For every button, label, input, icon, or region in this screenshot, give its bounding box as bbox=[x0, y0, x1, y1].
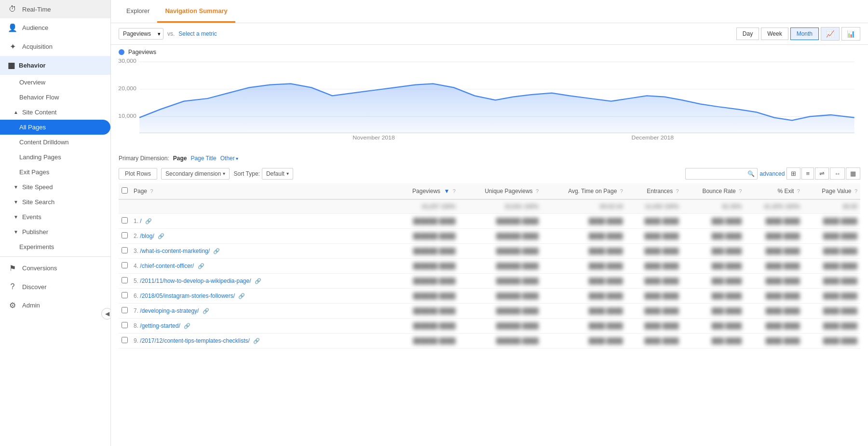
row-checkbox-4[interactable] bbox=[122, 277, 128, 283]
sidebar-item-behavior[interactable]: ▦ Behavior bbox=[0, 56, 110, 75]
row-checkbox-7[interactable] bbox=[122, 322, 128, 328]
page-link-0[interactable]: / bbox=[140, 218, 141, 224]
row-page-cell-0[interactable]: 1. / 🔗 bbox=[131, 214, 390, 229]
sidebar-item-admin[interactable]: ⚙ Admin bbox=[0, 296, 110, 315]
th-entrances[interactable]: Entrances ? bbox=[626, 183, 682, 199]
advanced-link[interactable]: advanced bbox=[760, 170, 785, 177]
page-link-3[interactable]: /chief-content-officer/ bbox=[140, 263, 194, 269]
row-checkbox-6[interactable] bbox=[122, 307, 128, 313]
sidebar-sub-all-pages[interactable]: All Pages bbox=[0, 120, 110, 135]
compare-view-button[interactable]: ⇌ bbox=[815, 167, 829, 180]
select-metric-link[interactable]: Select a metric bbox=[178, 30, 217, 37]
page-link-8[interactable]: /2017/12/content-tips-templates-checklis… bbox=[140, 337, 249, 344]
plot-rows-button[interactable]: Plot Rows bbox=[119, 168, 157, 180]
select-all-checkbox[interactable] bbox=[122, 187, 128, 194]
th-pct-exit-help[interactable]: ? bbox=[797, 188, 800, 194]
row-page-cell-7[interactable]: 8. /getting-started/ 🔗 bbox=[131, 319, 390, 334]
external-link-icon-4[interactable]: 🔗 bbox=[255, 278, 261, 284]
th-entrances-help[interactable]: ? bbox=[676, 188, 679, 194]
external-link-icon-2[interactable]: 🔗 bbox=[213, 248, 220, 254]
page-link-1[interactable]: /blog/ bbox=[140, 233, 154, 239]
sidebar-item-conversions[interactable]: ⚑ Conversions bbox=[0, 259, 110, 278]
row-page-cell-4[interactable]: 5. /2011/11/how-to-develop-a-wikipedia-p… bbox=[131, 274, 390, 289]
sidebar-sub-landing-pages[interactable]: Landing Pages bbox=[0, 150, 110, 165]
th-bounce-rate[interactable]: Bounce Rate ? bbox=[682, 183, 745, 199]
tab-navigation-summary[interactable]: Navigation Summary bbox=[157, 0, 235, 23]
external-link-icon-5[interactable]: 🔗 bbox=[238, 293, 245, 299]
page-link-2[interactable]: /what-is-content-marketing/ bbox=[140, 248, 210, 254]
table-search-input[interactable] bbox=[685, 168, 758, 180]
th-pageviews[interactable]: Pageviews ▼ ? bbox=[390, 183, 458, 199]
th-pageviews-help[interactable]: ? bbox=[453, 188, 456, 194]
th-page-value-help[interactable]: ? bbox=[854, 188, 857, 194]
external-link-icon-1[interactable]: 🔗 bbox=[158, 233, 164, 239]
other-link[interactable]: Other ▾ bbox=[220, 155, 238, 162]
th-page-help[interactable]: ? bbox=[150, 188, 153, 194]
row-page-cell-8[interactable]: 9. /2017/12/content-tips-templates-check… bbox=[131, 334, 390, 348]
custom-view-button[interactable]: ▦ bbox=[846, 167, 860, 180]
sort-type-select[interactable]: Default ▾ bbox=[262, 168, 293, 180]
th-unique-help[interactable]: ? bbox=[536, 188, 539, 194]
page-title-link[interactable]: Page Title bbox=[190, 155, 216, 162]
sidebar-sub-site-content[interactable]: ▲ Site Content bbox=[0, 105, 110, 120]
vs-label: vs. bbox=[167, 30, 175, 37]
sidebar-sub-overview[interactable]: Overview bbox=[0, 75, 110, 90]
sidebar-sub-site-search[interactable]: ▼ Site Search bbox=[0, 195, 110, 209]
pivot-view-button[interactable]: ↔ bbox=[830, 167, 845, 180]
th-checkbox bbox=[119, 183, 131, 199]
row-page-cell-3[interactable]: 4. /chief-content-officer/ 🔗 bbox=[131, 259, 390, 274]
week-button[interactable]: Week bbox=[761, 28, 788, 40]
bar-chart-button[interactable]: 📊 bbox=[841, 27, 860, 41]
sidebar-sub-behavior-flow[interactable]: Behavior Flow bbox=[0, 90, 110, 105]
sidebar-sub-site-speed[interactable]: ▼ Site Speed bbox=[0, 180, 110, 195]
row-page-cell-1[interactable]: 2. /blog/ 🔗 bbox=[131, 229, 390, 244]
day-button[interactable]: Day bbox=[736, 28, 759, 40]
row-page-cell-6[interactable]: 7. /developing-a-strategy/ 🔗 bbox=[131, 304, 390, 319]
collapse-sidebar-button[interactable]: ◀ bbox=[101, 308, 111, 320]
month-button[interactable]: Month bbox=[790, 28, 819, 40]
pageviews-chart: 30,000 20,000 10,000 November 2018 Decem… bbox=[119, 57, 860, 139]
page-link-5[interactable]: /2018/05/instagram-stories-followers/ bbox=[140, 293, 235, 299]
sidebar-item-audience[interactable]: 👤 Audience bbox=[0, 18, 110, 37]
sidebar-item-real-time[interactable]: ⏱ Real-Time bbox=[0, 0, 110, 18]
page-link-4[interactable]: /2011/11/how-to-develop-a-wikipedia-page… bbox=[140, 278, 251, 284]
grid-view-button[interactable]: ⊞ bbox=[787, 167, 800, 180]
th-page[interactable]: Page ? bbox=[131, 183, 390, 199]
page-link-7[interactable]: /getting-started/ bbox=[140, 322, 180, 329]
secondary-dimension-select[interactable]: Secondary dimension ▾ bbox=[161, 168, 230, 180]
th-pct-exit[interactable]: % Exit ? bbox=[745, 183, 803, 199]
sidebar-sub-experiments[interactable]: Experiments bbox=[0, 239, 110, 254]
tab-explorer[interactable]: Explorer bbox=[119, 0, 157, 23]
th-avg-time-help[interactable]: ? bbox=[620, 188, 623, 194]
external-link-icon-8[interactable]: 🔗 bbox=[253, 338, 260, 344]
row-checkbox-0[interactable] bbox=[122, 217, 128, 223]
table-controls-right: 🔍 advanced ⊞ ≡ ⇌ ↔ ▦ bbox=[685, 167, 860, 180]
row-page-cell-2[interactable]: 3. /what-is-content-marketing/ 🔗 bbox=[131, 244, 390, 259]
sidebar-sub-publisher[interactable]: ▼ Publisher bbox=[0, 224, 110, 239]
line-chart-button[interactable]: 📈 bbox=[821, 27, 840, 41]
sidebar-sub-exit-pages[interactable]: Exit Pages bbox=[0, 165, 110, 180]
th-page-value[interactable]: Page Value ? bbox=[803, 183, 860, 199]
sidebar-sub-events[interactable]: ▼ Events bbox=[0, 209, 110, 224]
external-link-icon-6[interactable]: 🔗 bbox=[203, 308, 209, 314]
row-checkbox-8[interactable] bbox=[122, 337, 128, 343]
sidebar-item-discover[interactable]: ? Discover bbox=[0, 278, 110, 296]
row-checkbox-3[interactable] bbox=[122, 262, 128, 268]
sidebar-sub-content-drilldown[interactable]: Content Drilldown bbox=[0, 135, 110, 150]
acquisition-icon: ✦ bbox=[8, 42, 17, 51]
external-link-icon-0[interactable]: 🔗 bbox=[145, 218, 152, 224]
row-checkbox-1[interactable] bbox=[122, 232, 128, 238]
metric-select[interactable]: Pageviews bbox=[119, 28, 163, 40]
legend-label: Pageviews bbox=[128, 49, 156, 56]
data-view-button[interactable]: ≡ bbox=[801, 167, 814, 180]
external-link-icon-3[interactable]: 🔗 bbox=[198, 263, 204, 269]
row-checkbox-5[interactable] bbox=[122, 292, 128, 298]
th-avg-time[interactable]: Avg. Time on Page ? bbox=[542, 183, 626, 199]
th-unique-pageviews[interactable]: Unique Pageviews ? bbox=[459, 183, 542, 199]
external-link-icon-7[interactable]: 🔗 bbox=[184, 323, 190, 329]
page-link-6[interactable]: /developing-a-strategy/ bbox=[140, 307, 199, 314]
row-page-cell-5[interactable]: 6. /2018/05/instagram-stories-followers/… bbox=[131, 289, 390, 304]
th-bounce-help[interactable]: ? bbox=[739, 188, 742, 194]
sidebar-item-acquisition[interactable]: ✦ Acquisition bbox=[0, 37, 110, 56]
row-checkbox-2[interactable] bbox=[122, 247, 128, 253]
